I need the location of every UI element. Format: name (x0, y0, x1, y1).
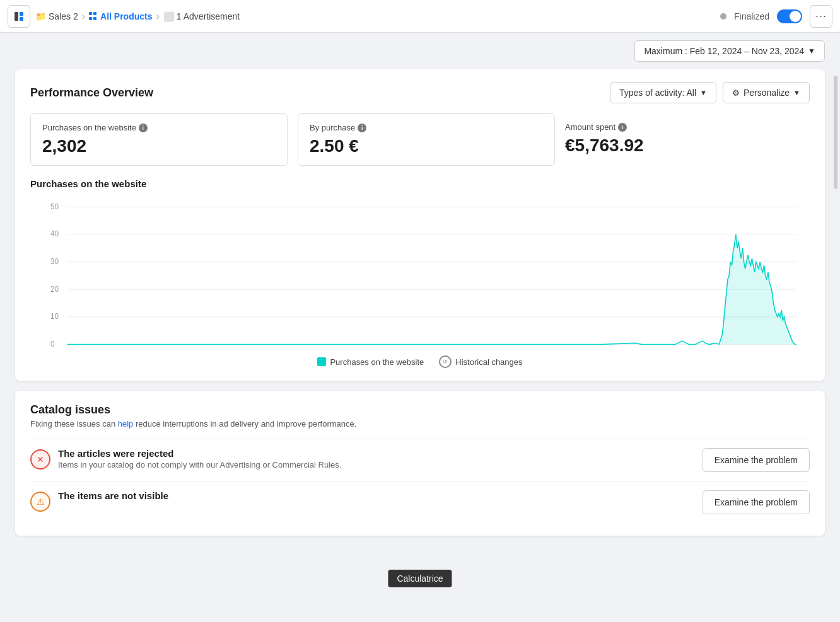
issue-desc-rejected: Items in your catalog do not comply with… (58, 460, 341, 469)
performance-title: Performance Overview (30, 86, 153, 100)
svg-rect-2 (20, 17, 23, 21)
breadcrumb-sep-2: › (156, 11, 160, 22)
catalog-issues-card: Catalog issues Fixing these issues can h… (15, 391, 825, 536)
status-dot (720, 13, 726, 20)
metrics-row: Purchases on the website i 2,302 By purc… (30, 113, 810, 166)
issue-icon-invisible: ⚠ (30, 492, 50, 512)
svg-text:40: 40 (50, 229, 59, 238)
toggle-knob (790, 11, 801, 22)
chart-title: Purchases on the website (30, 178, 810, 189)
date-range-label: Maximum : Feb 12, 2024 – Nov 23, 2024 (644, 46, 804, 56)
metric-amount-spent-value: €5,763.92 (565, 135, 798, 156)
date-range-picker[interactable]: Maximum : Feb 12, 2024 – Nov 23, 2024 ▼ (634, 40, 825, 62)
metric-amount-spent-label: Amount spent i (565, 122, 798, 132)
personalize-button[interactable]: ⚙ Personalize ▼ (723, 82, 810, 103)
chart-section: Purchases on the website 0 10 20 30 40 5… (30, 178, 810, 368)
issue-text-invisible: The items are not visible (58, 490, 168, 502)
metric-by-purchase-label: By purchase i (310, 123, 543, 132)
issue-title-rejected: The articles were rejected (58, 448, 341, 459)
chart-svg: 0 10 20 30 40 50 23 oct 2021 1 août 2022 (30, 197, 810, 348)
metric-amount-spent: Amount spent i €5,763.92 (565, 113, 810, 166)
chevron-down-icon: ▼ (700, 89, 707, 96)
folder-icon: 📁 (35, 11, 46, 21)
breadcrumb-sales2[interactable]: 📁 Sales 2 (35, 11, 78, 21)
grid-icon (89, 12, 98, 21)
scrollbar[interactable] (834, 76, 837, 189)
info-icon-purchases[interactable]: i (139, 124, 148, 132)
more-options-button[interactable]: ··· (810, 5, 832, 28)
svg-text:20: 20 (50, 284, 59, 293)
issue-left-rejected: ✕ The articles were rejected Items in yo… (30, 448, 341, 469)
svg-text:10: 10 (50, 312, 59, 321)
issue-row-rejected: ✕ The articles were rejected Items in yo… (30, 439, 810, 481)
metric-purchases-label: Purchases on the website i (42, 123, 276, 132)
breadcrumb: 📁 Sales 2 › All Products › ⬜ 1 Advertise… (35, 11, 715, 22)
svg-rect-1 (20, 12, 23, 16)
breadcrumb-advertisement[interactable]: ⬜ 1 Advertisement (163, 11, 240, 21)
metric-purchases: Purchases on the website i 2,302 (30, 113, 288, 166)
metric-by-purchase: By purchase i 2.50 € (298, 113, 555, 166)
status-toggle[interactable] (777, 9, 802, 23)
sidebar-toggle-button[interactable] (8, 5, 30, 28)
metric-by-purchase-value: 2.50 € (310, 136, 543, 156)
info-icon-by-purchase[interactable]: i (358, 124, 366, 132)
types-label: Types of activity: All (619, 88, 696, 98)
info-icon-amount-spent[interactable]: i (618, 123, 627, 132)
main-content: Performance Overview Types of activity: … (0, 69, 840, 561)
performance-overview-card: Performance Overview Types of activity: … (15, 69, 825, 381)
breadcrumb-all-products[interactable]: All Products (89, 11, 152, 21)
metric-purchases-value: 2,302 (42, 136, 276, 156)
legend-color-purchases (317, 357, 326, 366)
svg-text:30: 30 (50, 257, 59, 266)
issue-title-invisible: The items are not visible (58, 490, 168, 501)
chart-container: 0 10 20 30 40 50 23 oct 2021 1 août 2022 (30, 197, 810, 348)
issue-text-rejected: The articles were rejected Items in your… (58, 448, 341, 469)
status-label: Finalized (734, 11, 769, 21)
issue-row-invisible: ⚠ The items are not visible Examine the … (30, 481, 810, 523)
card-actions: Types of activity: All ▼ ⚙ Personalize ▼ (610, 82, 810, 103)
catalog-subtitle: Fixing these issues can help reduce inte… (30, 419, 810, 429)
types-of-activity-button[interactable]: Types of activity: All ▼ (610, 82, 716, 103)
historical-icon: ↺ (439, 355, 452, 368)
card-header: Performance Overview Types of activity: … (30, 82, 810, 103)
ad-icon: ⬜ (163, 11, 174, 21)
chart-legend: Purchases on the website ↺ Historical ch… (30, 355, 810, 368)
examine-button-invisible[interactable]: Examine the problem (703, 490, 810, 514)
nav-right: Finalized ··· (720, 5, 832, 28)
top-nav: 📁 Sales 2 › All Products › ⬜ 1 Advertise… (0, 0, 840, 33)
svg-rect-0 (15, 12, 18, 21)
chevron-down-icon: ▼ (808, 47, 815, 55)
svg-text:50: 50 (50, 202, 59, 211)
catalog-title: Catalog issues (30, 403, 810, 417)
examine-button-rejected[interactable]: Examine the problem (703, 448, 810, 472)
issue-icon-rejected: ✕ (30, 449, 50, 469)
legend-purchases: Purchases on the website (317, 357, 424, 367)
date-bar: Maximum : Feb 12, 2024 – Nov 23, 2024 ▼ (0, 33, 840, 69)
svg-text:0: 0 (50, 340, 55, 348)
breadcrumb-sep-1: › (82, 11, 85, 22)
issue-left-invisible: ⚠ The items are not visible (30, 490, 168, 512)
personalize-label: Personalize (744, 88, 790, 98)
legend-historical: ↺ Historical changes (439, 355, 522, 368)
catalog-help-link[interactable]: help (118, 419, 134, 429)
personalize-icon: ⚙ (732, 88, 740, 98)
chevron-down-icon: ▼ (793, 89, 800, 96)
